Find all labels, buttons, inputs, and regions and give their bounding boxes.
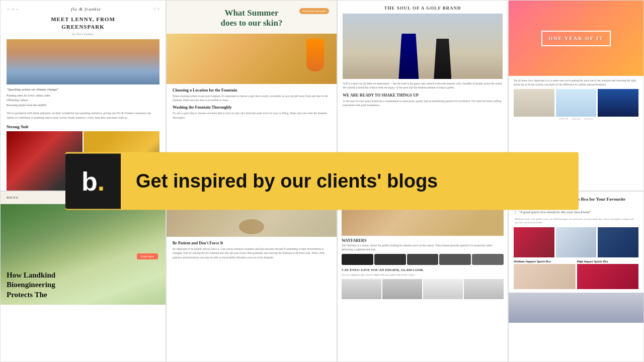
swimwear-hero: ONE YEAR OF IT — [509, 1, 643, 76]
nav-icons: ← ○ → — [7, 7, 19, 12]
hero-image — [7, 39, 159, 84]
card-top: Promoted and paid What Summerdoes to our… — [167, 1, 337, 34]
section-title-2: Washing the Fountain Thoroughly — [173, 105, 331, 110]
golf-title: THE SOUL OF A GOLF BRAND — [343, 6, 503, 11]
sunglass-2 — [374, 254, 406, 265]
swimwear-product-3 — [598, 89, 638, 117]
sports-bra-light — [556, 227, 597, 257]
banner-overlay: b. Get inspired by our clients' blogs — [65, 152, 579, 210]
card-sports-bra[interactable]: How to Choose the Perfect Sports Bra for… — [508, 191, 644, 362]
sports-bra-quote: "A good sports bra should be like your b… — [515, 210, 637, 214]
landkind-title: How LandkindBioengineeringProtects The — [7, 270, 55, 300]
card-landkind[interactable]: MENU LANDKIND CART How LandkindBioengine… — [0, 191, 166, 362]
swimwear-body: We all know how important it is to make … — [509, 76, 643, 123]
banner-logo: b. — [65, 153, 121, 209]
hero-text-box: ONE YEAR OF IT — [541, 31, 610, 46]
hero-title: ONE YEAR OF IT — [548, 36, 603, 41]
shake-things-subtitle: WE ARE READY TO SHAKE THINGS UP — [343, 93, 503, 98]
swimwear-product-1 — [514, 89, 554, 117]
bullet-3: Rescuing plants from the landfill — [7, 103, 159, 108]
sunglass-5 — [472, 254, 504, 265]
bullet-2: Offsetting carbon — [7, 98, 159, 103]
bottom-body: Be Patient and Don't Force It It's impor… — [167, 237, 337, 263]
product-3 — [423, 279, 463, 299]
sports-bra-products — [509, 227, 643, 257]
banner-tagline: Get inspired by our clients' blogs — [136, 170, 438, 192]
card-top-bar: ← ○ → flo & frankie ♡ ↑ — [7, 7, 159, 12]
card-title: MEET LENNY, FROMGREENSPARK — [7, 16, 159, 31]
medium-impact-info: Medium Support Sports Bra — [514, 260, 576, 289]
golf-hero — [343, 14, 503, 79]
action-icons: ♡ ↑ — [153, 7, 159, 12]
product-2 — [382, 279, 422, 299]
body-text: We've partnered with them primarily on t… — [7, 111, 159, 120]
sunglass-4 — [439, 254, 471, 265]
sunglass-3 — [407, 254, 439, 265]
medium-impact-image — [514, 264, 576, 289]
summer-hero-image — [167, 34, 337, 84]
golf-body-text: Golf is a sport we all think we understa… — [343, 81, 503, 90]
sunglasses-row — [342, 254, 504, 265]
swimwear-text: We all know how important it is to make … — [514, 79, 638, 86]
sunscreen-bottle — [306, 39, 324, 71]
bullet-list: Planting trees for every online order Of… — [7, 94, 159, 108]
cat-eyes-label: CAT EYES: GIVE YOU AN EDGIER, GLAM LOOK. — [342, 268, 504, 272]
section-text-3: It's important to be patient and not for… — [173, 247, 331, 259]
quote-text: "Sparking action on climate change" — [7, 87, 159, 92]
sports-bra-dark — [598, 227, 638, 257]
shake-things-text: At the soul of every great brand lies a … — [343, 99, 503, 108]
section-text-1: When choosing where to put your fountain… — [173, 94, 331, 103]
person-silhouette-2 — [434, 39, 451, 79]
swimwear-product-2 — [556, 89, 597, 117]
wayfarer-label: WAYFARERS — [342, 238, 504, 243]
landkind-hero-bg: How LandkindBioengineeringProtects The R… — [1, 204, 166, 305]
medium-impact-label: Medium Support Sports Bra — [514, 260, 576, 263]
strong-suit-label: Strong Suit — [7, 124, 159, 129]
sports-bra-red — [514, 227, 554, 257]
landkind-cta-btn[interactable]: Read more — [137, 253, 158, 259]
logo-b-letter: b. — [82, 166, 105, 196]
promo-tag: Promoted and paid — [299, 8, 329, 14]
person-silhouette-1 — [398, 34, 419, 79]
card-golf-products[interactable]: WAYFARERS The Wayfarer is a classic choi… — [337, 191, 508, 362]
card-summer-bottom[interactable]: Be Patient and Don't Force It It's impor… — [166, 191, 337, 362]
person-bottom-image — [509, 293, 643, 323]
wayfarer-text: The Wayfarer is a classic choice for gol… — [342, 244, 504, 251]
high-impact-info: High Impact Sports Bra — [577, 260, 639, 289]
sports-bra-info: Medium Support Sports Bra High Impact Sp… — [509, 257, 643, 292]
brand-name: flo & frankie — [71, 7, 101, 12]
high-impact-label: High Impact Sports Bra — [577, 260, 639, 263]
shadow-element — [239, 219, 264, 234]
landkind-menu: MENU — [7, 196, 19, 200]
landkind-hero-text: How LandkindBioengineeringProtects The — [7, 270, 55, 300]
bullet-1: Planting trees for every online order — [7, 94, 159, 99]
sports-bra-body: Machine wash, cool, gentle cycle, use mi… — [515, 217, 637, 224]
product-4 — [464, 279, 504, 299]
high-impact-image — [577, 264, 639, 289]
product-prices: £XX.XX £XX.XX £XX.XX — [514, 118, 638, 120]
section-title-3: Be Patient and Don't Force It — [173, 241, 331, 245]
sunglass-1 — [342, 254, 373, 265]
card-subtitle: by Flo's Family — [7, 32, 159, 36]
product-1 — [342, 279, 381, 299]
swimwear-products — [514, 89, 638, 117]
products-row — [342, 279, 504, 299]
section-text-2: It's also a good idea to choose a locati… — [173, 111, 331, 120]
cat-eyes-text: Cat eye sunglasses give you an edgier an… — [342, 273, 504, 277]
section-title-1: Choosing a Location for the Fountain — [173, 88, 331, 93]
